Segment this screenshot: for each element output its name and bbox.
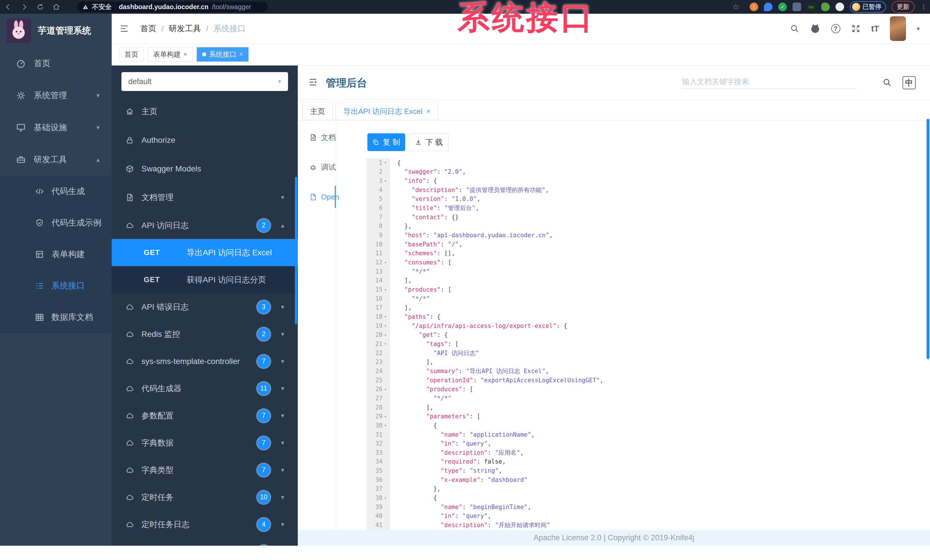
api-item-api-access-log[interactable]: API 访问日志2▴ bbox=[112, 212, 298, 239]
api-item-sys-sms-template-controller[interactable]: sys-sms-template-controller7▾ bbox=[112, 348, 298, 375]
fold-toggle-icon[interactable]: ▾ bbox=[383, 342, 388, 346]
close-icon[interactable]: × bbox=[427, 107, 430, 115]
sidebar-item-infra[interactable]: 基础设施▾ bbox=[0, 112, 112, 144]
panel-scrollbar[interactable] bbox=[295, 177, 297, 324]
code-token: : bbox=[462, 467, 470, 474]
github-icon[interactable] bbox=[810, 23, 820, 34]
doc-tab-home[interactable]: 主页 bbox=[302, 103, 333, 120]
browser-update-button[interactable]: 更新 bbox=[892, 1, 915, 13]
doc-tab-export-excel[interactable]: 导出API 访问日志 Excel× bbox=[336, 103, 438, 120]
doc-menu-open[interactable]: Open bbox=[298, 182, 336, 212]
api-item-dict-type[interactable]: 字典类型7▾ bbox=[112, 456, 298, 483]
api-item-job-log[interactable]: 定时任务日志4▾ bbox=[112, 511, 298, 538]
close-icon[interactable]: × bbox=[183, 51, 187, 58]
api-item-param-config[interactable]: 参数配置7▾ bbox=[112, 402, 298, 429]
code-token bbox=[397, 377, 426, 384]
search-icon[interactable] bbox=[790, 24, 799, 33]
api-item-authorize[interactable]: Authorize bbox=[112, 126, 298, 155]
profile-paused-chip[interactable]: 已暂停 bbox=[850, 1, 886, 12]
home-icon[interactable] bbox=[48, 3, 64, 11]
api-item-dict-data[interactable]: 字典数据7▾ bbox=[112, 429, 298, 456]
extension-icon[interactable]: 1 bbox=[750, 3, 758, 11]
fold-toggle-icon[interactable]: ▾ bbox=[383, 288, 388, 292]
user-avatar[interactable] bbox=[890, 16, 906, 41]
kebab-menu-icon[interactable] bbox=[920, 3, 927, 10]
fold-toggle-icon[interactable]: ▾ bbox=[383, 414, 388, 419]
help-icon[interactable]: ? bbox=[831, 24, 841, 33]
sidebar-item-codegen-demo[interactable]: 代码生成示例 bbox=[0, 207, 112, 239]
url-host: dashboard.yudao.iocoder.cn bbox=[119, 3, 208, 11]
doc-menu-debug[interactable]: 调试 bbox=[298, 152, 336, 182]
doc-side-menu: 文档调试Open bbox=[298, 123, 336, 212]
fold-toggle-icon[interactable]: ▾ bbox=[383, 315, 388, 319]
font-size-icon[interactable]: tT bbox=[871, 24, 879, 34]
api-operation-export-excel[interactable]: GET导出API 访问日志 Excel bbox=[112, 239, 298, 266]
tag-system-api[interactable]: 系统接口× bbox=[197, 47, 248, 61]
doc-menu-doc[interactable]: 文档 bbox=[298, 123, 336, 152]
sidebar-item-form-build[interactable]: 表单构建 bbox=[0, 239, 112, 270]
api-item-doc-manage[interactable]: 文档管理▾ bbox=[112, 183, 298, 212]
doc-tab-label: 主页 bbox=[310, 106, 325, 117]
gutter-line: 7 bbox=[366, 213, 390, 222]
download-button[interactable]: 下 载 bbox=[409, 133, 449, 151]
fold-toggle-icon[interactable]: ▾ bbox=[383, 387, 388, 391]
breadcrumb-item[interactable]: 研发工具 bbox=[169, 23, 201, 34]
sidebar-item-devtools[interactable]: 研发工具▴ bbox=[0, 144, 112, 176]
page-scrollbar[interactable] bbox=[927, 119, 929, 359]
extension-icon[interactable] bbox=[793, 3, 801, 11]
fold-toggle-icon[interactable]: ▾ bbox=[383, 324, 388, 328]
outdent-icon[interactable] bbox=[308, 77, 318, 87]
copy-button[interactable]: 复 制 bbox=[367, 133, 405, 151]
forward-icon[interactable] bbox=[16, 3, 32, 11]
code-token: "contact" bbox=[412, 214, 444, 221]
extension-icon[interactable] bbox=[821, 3, 830, 11]
back-icon[interactable] bbox=[0, 3, 16, 11]
api-item-homepage[interactable]: 主页 bbox=[112, 97, 298, 126]
fold-toggle-icon[interactable]: ▾ bbox=[383, 179, 388, 183]
api-item-redis-monitor[interactable]: Redis 监控2▾ bbox=[112, 321, 298, 348]
api-operation-get-page[interactable]: GET获得API 访问日志分页 bbox=[112, 266, 298, 293]
gutter-line: 37 bbox=[366, 485, 390, 494]
fullscreen-icon[interactable] bbox=[851, 24, 861, 33]
api-item-swagger-models[interactable]: Swagger Models bbox=[112, 155, 298, 183]
sidebar-item-system[interactable]: 系统管理▾ bbox=[0, 80, 112, 112]
bookmark-star-icon[interactable]: ☆ bbox=[728, 2, 744, 12]
doc-search-input[interactable] bbox=[682, 75, 857, 89]
fold-toggle-icon[interactable]: ▾ bbox=[383, 423, 388, 428]
reload-icon[interactable] bbox=[32, 3, 48, 11]
api-item-post[interactable]: 岗位▾ bbox=[112, 538, 298, 546]
address-bar[interactable]: 不安全 dashboard.yudao.iocoder.cn /tool/swa… bbox=[77, 2, 268, 12]
api-item-code-generator[interactable]: 代码生成器11▾ bbox=[112, 375, 298, 402]
api-item-label: sys-sms-template-controller bbox=[142, 357, 240, 366]
fold-toggle-icon[interactable]: ▾ bbox=[383, 161, 388, 165]
fold-toggle-icon[interactable]: ▾ bbox=[383, 333, 388, 337]
sidebar-item-home[interactable]: 首页 bbox=[0, 48, 112, 80]
chevron-down-icon[interactable]: ▾ bbox=[917, 25, 920, 32]
extension-icon[interactable] bbox=[836, 3, 844, 11]
gear-icon bbox=[16, 91, 26, 100]
sidebar-item-system-api[interactable]: 系统接口 bbox=[0, 270, 112, 302]
app-logo-row[interactable]: 芋道管理系统 bbox=[0, 14, 112, 48]
sidebar-item-db-doc[interactable]: 数据库文档 bbox=[0, 302, 112, 333]
breadcrumb-item[interactable]: 首页 bbox=[140, 23, 156, 34]
tag-form-build[interactable]: 表单构建× bbox=[148, 47, 193, 61]
extension-icon[interactable]: ✓ bbox=[778, 3, 787, 11]
fold-toggle-icon[interactable]: ▾ bbox=[383, 496, 388, 500]
language-toggle[interactable]: 中 bbox=[902, 76, 916, 89]
search-icon[interactable] bbox=[882, 78, 892, 87]
api-group-select[interactable]: default ▾ bbox=[122, 72, 288, 91]
collapse-sidebar-icon[interactable] bbox=[120, 24, 129, 33]
extension-icon[interactable] bbox=[764, 3, 773, 11]
sidebar-item-codegen[interactable]: 代码生成 bbox=[0, 176, 112, 207]
gutter-line: 22 bbox=[366, 348, 390, 358]
code-token: "开始开始请求时间" bbox=[495, 521, 550, 529]
avatar bbox=[852, 3, 860, 11]
api-item-api-error-log[interactable]: API 错误日志3▾ bbox=[112, 293, 298, 321]
fold-toggle-icon[interactable]: ▾ bbox=[383, 261, 388, 265]
tag-home[interactable]: 首页 bbox=[119, 47, 144, 61]
operation-label: 导出API 访问日志 Excel bbox=[187, 247, 272, 258]
close-icon[interactable]: × bbox=[239, 51, 243, 58]
extension-icon[interactable]: Gn bbox=[807, 3, 816, 11]
api-item-job[interactable]: 定时任务10▾ bbox=[112, 483, 298, 511]
tag-label: 表单构建 bbox=[153, 50, 181, 59]
